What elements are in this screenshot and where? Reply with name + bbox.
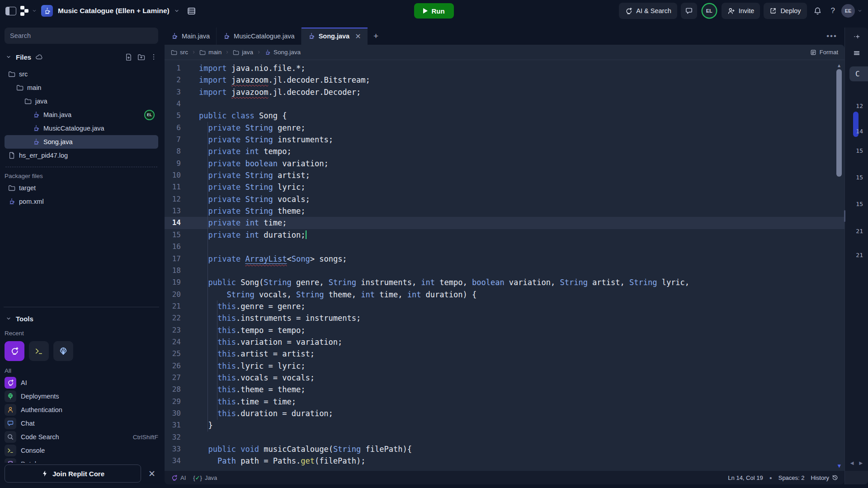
project-title[interactable]: Music Catalogue (Ellen + Lamine) [58, 7, 170, 15]
code-line-32[interactable]: 32 [165, 432, 844, 443]
code-line-29[interactable]: 29 this.time = time; [165, 396, 844, 408]
tool-item-AI[interactable]: AI [5, 376, 158, 389]
file-tree-item-Song.java[interactable]: Song.java [5, 135, 158, 149]
code-line-8[interactable]: 8 private int tempo; [165, 145, 844, 157]
add-pane-icon[interactable] [853, 33, 860, 40]
recent-tool-shell[interactable] [53, 341, 73, 361]
code-line-20[interactable]: 20 String vocals, String theme, int time… [165, 289, 844, 300]
code-line-19[interactable]: 19 public Song(String genre, String inst… [165, 277, 844, 288]
code-line-9[interactable]: 9 private boolean variation; [165, 158, 844, 169]
packager-item-pom.xml[interactable]: pom.xml [5, 195, 158, 208]
code-line-22[interactable]: 22 this.instruments = instruments; [165, 312, 844, 324]
tab-MusicCatalogue.java[interactable]: MusicCatalogue.java [217, 28, 302, 45]
recent-tool-console[interactable] [29, 341, 49, 361]
line-number: 8 [165, 145, 187, 157]
code-line-15[interactable]: 15 private int duration; [165, 229, 844, 241]
code-line-11[interactable]: 11 private String lyric; [165, 181, 844, 193]
breadcrumb-item-Song.java[interactable]: Song.java [264, 49, 301, 56]
code-line-28[interactable]: 28 this.theme = theme; [165, 384, 844, 395]
code-line-6[interactable]: 6 private String genre; [165, 122, 844, 134]
code-line-24[interactable]: 24 this.variation = variation; [165, 336, 844, 348]
code-line-30[interactable]: 30 this.duration = duration; [165, 408, 844, 419]
deploy-button[interactable]: Deploy [764, 3, 807, 19]
search-input[interactable] [5, 28, 158, 44]
format-button[interactable]: Format [810, 49, 838, 56]
invite-button[interactable]: Invite [722, 3, 760, 19]
breadcrumb-item-src[interactable]: src [171, 49, 188, 56]
breadcrumb-item-java[interactable]: java [233, 49, 253, 56]
code-line-31[interactable]: 31 } [165, 419, 844, 431]
history-button[interactable]: History [811, 474, 838, 481]
tool-item-Authentication[interactable]: Authentication [5, 403, 158, 417]
cursor-position[interactable]: Ln 14, Col 19 [728, 474, 763, 481]
code-line-18[interactable]: 18 [165, 265, 844, 277]
collaborator-avatar[interactable]: EL [703, 4, 716, 18]
code-line-27[interactable]: 27 this.vocals = vocals; [165, 372, 844, 384]
code-line-2[interactable]: 2import javazoom.jl.decoder.Bitstream; [165, 74, 844, 86]
code-line-10[interactable]: 10 private String artist; [165, 169, 844, 181]
new-tab-button[interactable]: + [368, 28, 385, 45]
chevron-down-icon[interactable] [174, 8, 180, 14]
tab-Song.java[interactable]: Song.java ✕ [302, 28, 368, 45]
code-line-16[interactable]: 16 [165, 241, 844, 253]
statusbar-language[interactable]: {✓} Java [193, 474, 217, 481]
vertical-scrollbar[interactable] [836, 69, 842, 177]
notifications-devices-icon[interactable] [187, 6, 196, 16]
code-editor[interactable]: 1import java.nio.file.*; 2import javazoo… [165, 60, 844, 471]
code-line-1[interactable]: 1import java.nio.file.*; [165, 62, 844, 74]
code-line-25[interactable]: 25 this.artist = artist; [165, 348, 844, 360]
ai-search-button[interactable]: AI & Search [619, 3, 677, 19]
collapsed-right-pane[interactable]: C 12141515152121 ◀▶ [844, 28, 868, 484]
tools-section-header[interactable]: Tools [5, 312, 158, 325]
tool-item-Console[interactable]: Console [5, 444, 158, 457]
tool-item-Chat[interactable]: Chat [5, 417, 158, 430]
spaces-setting[interactable]: Spaces: 2 [778, 474, 805, 481]
run-button[interactable]: Run [414, 3, 454, 19]
more-options-icon[interactable]: ••• [819, 28, 844, 45]
recent-tool-ai[interactable] [5, 341, 24, 361]
code-line-4[interactable]: 4 [165, 98, 844, 110]
file-tree-item-Main.java[interactable]: Main.java EL [5, 108, 158, 122]
code-line-21[interactable]: 21 this.genre = genre; [165, 300, 844, 312]
chat-button[interactable] [681, 3, 697, 19]
account-menu[interactable]: EE [841, 4, 863, 18]
close-icon[interactable]: ✕ [146, 469, 158, 479]
files-section-header[interactable]: Files [5, 50, 158, 64]
tool-item-Code Search[interactable]: Code Search CtrlShiftF [5, 430, 158, 444]
hamburger-menu-icon[interactable] [853, 49, 860, 57]
code-line-23[interactable]: 23 this.tempo = tempo; [165, 324, 844, 336]
code-line-34[interactable]: 34 Path path = Paths.get(filePath); [165, 455, 844, 467]
help-icon[interactable]: ? [828, 6, 838, 15]
packager-item-target[interactable]: target [5, 181, 158, 195]
code-line-17[interactable]: 17 private ArrayList<Song> songs; [165, 253, 844, 265]
join-replit-core-button[interactable]: Join Replit Core [5, 465, 141, 483]
kebab-menu-icon[interactable] [149, 52, 158, 61]
file-tree-item-hs_err_pid47.log[interactable]: hs_err_pid47.log [5, 149, 158, 162]
breadcrumb-item-main[interactable]: main [199, 49, 222, 56]
code-line-13[interactable]: 13 private String theme; [165, 205, 844, 217]
pane-scroll-arrows[interactable]: ◀▶ [845, 460, 868, 465]
code-line-7[interactable]: 7 private String instruments; [165, 134, 844, 145]
file-tree-item-MusicCatalogue.java[interactable]: MusicCatalogue.java [5, 122, 158, 135]
close-tab-icon[interactable]: ✕ [355, 32, 361, 41]
tab-Main.java[interactable]: Main.java [165, 28, 217, 45]
file-tree-item-java[interactable]: java [5, 94, 158, 108]
file-tree-item-main[interactable]: main [5, 81, 158, 94]
statusbar-ai[interactable]: AI [171, 474, 186, 481]
code-line-14[interactable]: 14 private int time; [165, 217, 844, 229]
bell-icon[interactable] [811, 7, 825, 15]
tool-item-Deployments[interactable]: Deployments [5, 389, 158, 403]
code-line-26[interactable]: 26 this.lyric = lyric; [165, 360, 844, 372]
code-line-33[interactable]: 33 public void musicCatalouge(String fil… [165, 443, 844, 455]
scroll-down-icon[interactable]: ▼ [838, 463, 841, 469]
new-folder-icon[interactable] [137, 52, 146, 62]
scroll-up-icon[interactable]: ▲ [838, 63, 840, 68]
new-file-icon[interactable] [124, 52, 133, 62]
code-line-12[interactable]: 12 private String vocals; [165, 193, 844, 205]
pane-resize-handle[interactable] [844, 210, 845, 222]
code-line-5[interactable]: 5public class Song { [165, 110, 844, 122]
code-line-3[interactable]: 3import javazoom.jl.decoder.Decoder; [165, 86, 844, 98]
replit-logo[interactable] [20, 6, 37, 16]
sidebar-toggle-icon[interactable] [5, 7, 16, 15]
file-tree-item-src[interactable]: src [5, 67, 158, 81]
